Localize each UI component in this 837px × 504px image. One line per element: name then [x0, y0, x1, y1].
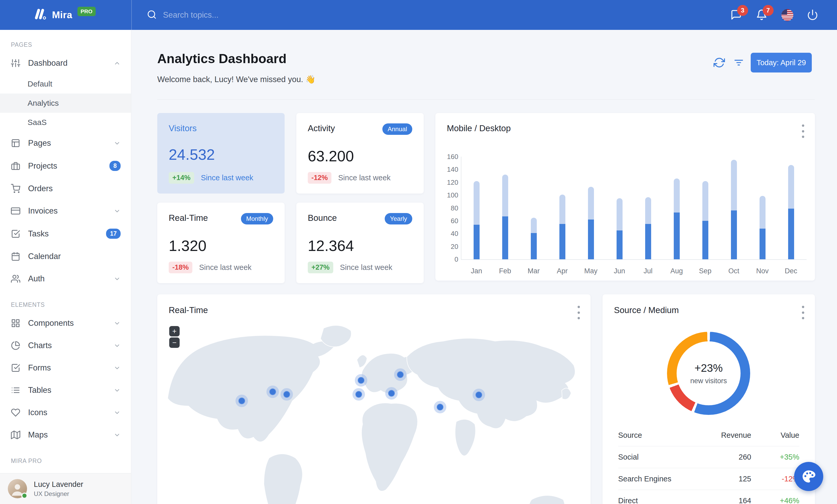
- sidebar-user[interactable]: Lucy Lavender UX Designer: [0, 473, 131, 504]
- date-button[interactable]: Today: April 29: [751, 53, 812, 73]
- header-divider: [157, 99, 815, 100]
- stat-card-header: ActivityAnnual: [308, 124, 412, 135]
- cell-value: +35%: [751, 453, 799, 461]
- sidebar-item-label: Orders: [28, 184, 53, 193]
- stat-card-title: Activity: [308, 124, 335, 133]
- stat-card-real-time: Real-TimeMonthly1.320-18%Since last week: [157, 203, 285, 283]
- power-button[interactable]: [807, 9, 819, 21]
- sidebar-item-projects[interactable]: Projects8: [0, 154, 131, 178]
- search-input[interactable]: [163, 11, 298, 20]
- sidebar-item-auth[interactable]: Auth: [0, 267, 131, 290]
- chevron-down-icon: [113, 342, 121, 349]
- cell-source: Social: [618, 453, 696, 461]
- map-zoom-in-button[interactable]: +: [169, 326, 180, 336]
- briefcase-icon: [11, 161, 20, 171]
- map-marker-dot: [355, 391, 362, 398]
- user-name: Lucy Lavender: [34, 480, 83, 489]
- stat-value: 63.200: [308, 147, 412, 165]
- bar-apr: [559, 157, 565, 259]
- x-axis-label: Sep: [694, 267, 717, 275]
- cell-source: Search Engines: [618, 475, 696, 483]
- sidebar-item-icons[interactable]: Icons: [0, 402, 131, 424]
- map-marker-us-midwest: [266, 386, 279, 398]
- search-icon: [147, 10, 157, 20]
- y-axis-tick: 100: [438, 191, 458, 199]
- check-square-icon: [11, 229, 20, 239]
- sidebar-item-charts[interactable]: Charts: [0, 334, 131, 357]
- language-flag-button[interactable]: [781, 9, 793, 21]
- search-bar[interactable]: [147, 10, 298, 20]
- heart-icon: [11, 408, 20, 417]
- y-axis-tick: 20: [438, 243, 458, 250]
- y-axis-tick: 40: [438, 230, 458, 238]
- map-marker-dot: [397, 371, 404, 378]
- y-axis-tick: 140: [438, 166, 458, 173]
- stat-card-header: Visitors: [169, 124, 273, 133]
- map-marker-uk: [355, 374, 367, 387]
- stat-period-badge[interactable]: Annual: [382, 124, 412, 135]
- sidebar-section-label: MIRA PRO: [11, 458, 131, 465]
- stat-card-title: Real-Time: [169, 213, 208, 223]
- sidebar-item-label: Maps: [28, 430, 48, 440]
- sidebar-item-tasks[interactable]: Tasks17: [0, 222, 131, 245]
- chevron-down-icon: [113, 140, 121, 147]
- sidebar-subitem-analytics[interactable]: Analytics: [0, 94, 131, 113]
- sidebar-item-forms[interactable]: Forms: [0, 357, 131, 379]
- notifications-button[interactable]: 7: [756, 9, 768, 21]
- x-axis-label: Feb: [493, 267, 517, 275]
- stat-footer: +27%Since last week: [308, 262, 392, 273]
- sidebar-subitem-saas[interactable]: SaaS: [0, 113, 131, 132]
- messages-button[interactable]: 3: [730, 9, 742, 21]
- filter-icon[interactable]: [733, 57, 745, 68]
- sidebar-item-orders[interactable]: Orders: [0, 178, 131, 200]
- map-zoom-out-button[interactable]: −: [169, 337, 180, 348]
- table-row: Search Engines125-12%: [618, 468, 799, 490]
- source-menu-kebab-icon[interactable]: [801, 306, 805, 319]
- realtime-map-card: Real-Time + −: [157, 294, 591, 504]
- sidebar-item-label: Icons: [28, 408, 47, 417]
- sidebar-item-calendar[interactable]: Calendar: [0, 245, 131, 267]
- theme-settings-fab[interactable]: [794, 462, 823, 491]
- sidebar-item-label: Charts: [28, 341, 52, 350]
- sidebar-item-tables[interactable]: Tables: [0, 379, 131, 402]
- sidebar-item-components[interactable]: Components: [0, 312, 131, 334]
- stat-card-title: Bounce: [308, 213, 337, 223]
- sidebar-item-pages[interactable]: Pages: [0, 132, 131, 154]
- table-row: Direct164+46%: [618, 490, 799, 504]
- stat-note: Since last week: [338, 173, 391, 182]
- users-icon: [11, 274, 20, 283]
- bar-oct: [731, 157, 737, 259]
- sidebar-item-label: Dashboard: [28, 58, 68, 68]
- sidebar-item-label: Projects: [28, 161, 57, 171]
- sidebar-item-label: Calendar: [28, 252, 61, 261]
- x-axis-label: Oct: [722, 267, 746, 275]
- sidebar-item-badge: 8: [109, 161, 121, 171]
- refresh-icon[interactable]: [714, 57, 725, 68]
- sidebar: PAGESDashboardDefaultAnalyticsSaaSPagesP…: [0, 30, 131, 504]
- source-table: SourceRevenueValueSocial260+35%Search En…: [618, 424, 799, 504]
- brand-name: Mira: [52, 10, 72, 20]
- cell-value: +46%: [751, 497, 799, 504]
- sidebar-item-maps[interactable]: Maps: [0, 424, 131, 446]
- online-status-dot: [21, 492, 28, 499]
- sidebar-item-label: Components: [28, 318, 74, 328]
- chevron-down-icon: [113, 208, 121, 214]
- sidebar-item-label: Auth: [28, 274, 45, 283]
- stat-value: 1.320: [169, 237, 273, 254]
- check-square-icon: [11, 363, 20, 373]
- stat-delta-chip: +27%: [308, 262, 333, 273]
- x-axis-label: Jan: [465, 267, 488, 275]
- sidebar-item-badge: 17: [106, 229, 121, 239]
- chart-menu-kebab-icon[interactable]: [801, 125, 805, 138]
- stat-period-badge[interactable]: Yearly: [385, 213, 412, 224]
- brand[interactable]: Mira PRO: [0, 8, 131, 22]
- stat-note: Since last week: [340, 263, 392, 272]
- stat-card-header: BounceYearly: [308, 213, 412, 224]
- messages-badge: 3: [737, 5, 748, 16]
- stat-period-badge[interactable]: Monthly: [241, 213, 273, 224]
- sidebar-item-dashboard[interactable]: Dashboard: [0, 52, 131, 74]
- sliders-icon: [11, 58, 20, 68]
- sidebar-item-invoices[interactable]: Invoices: [0, 200, 131, 222]
- sidebar-subitem-default[interactable]: Default: [0, 74, 131, 94]
- x-axis-label: Jun: [608, 267, 631, 275]
